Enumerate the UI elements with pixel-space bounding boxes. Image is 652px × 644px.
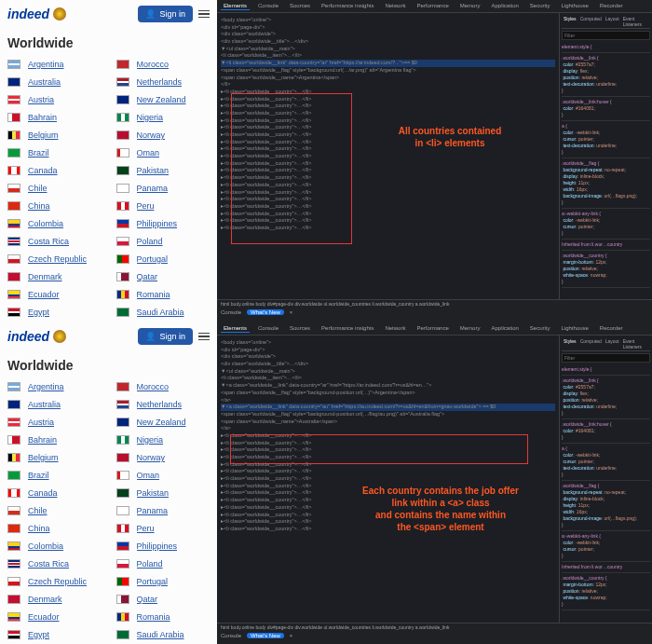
country-link[interactable]: Brazil [28, 148, 49, 158]
tab-console[interactable]: Console [221, 633, 241, 638]
dom-line[interactable]: <body class="online"> [221, 339, 555, 347]
country-link[interactable]: Romania [137, 290, 170, 299]
logo[interactable]: indeed [7, 7, 49, 21]
country-link[interactable]: Colombia [28, 219, 63, 228]
dom-line[interactable]: <span class="worldwide__name">Australia<… [221, 418, 555, 426]
country-link[interactable]: Poland [137, 559, 163, 569]
styles-tab[interactable]: Event Listeners [623, 16, 648, 27]
devtools-tab[interactable]: Recorder [597, 324, 626, 333]
devtools-tab[interactable]: Elements [221, 2, 250, 10]
country-link[interactable]: Canada [28, 166, 58, 175]
signin-button[interactable]: 👤 Sign in [138, 6, 193, 22]
devtools-tab[interactable]: Security [527, 324, 553, 333]
dom-line[interactable]: ▼<li class="worldwide__link" data-countr… [221, 60, 555, 67]
country-link[interactable]: Bahrain [28, 435, 57, 445]
devtools-tab[interactable]: Elements [221, 324, 250, 333]
country-link[interactable]: Argentina [28, 382, 64, 391]
breadcrumb[interactable]: html body.online body div#page-div div.w… [217, 299, 652, 308]
dom-line[interactable]: <li class="worldwide__item">…</li> [221, 375, 555, 382]
country-link[interactable]: Portugal [137, 577, 169, 586]
country-link[interactable]: Denmark [28, 272, 62, 281]
tab-console[interactable]: Console [221, 309, 241, 315]
dom-line[interactable]: <div class="worldwide"> [221, 353, 555, 361]
country-link[interactable]: Denmark [28, 595, 62, 604]
devtools-tab[interactable]: Console [255, 324, 281, 333]
country-link[interactable]: Philippines [137, 541, 178, 551]
dom-line[interactable]: <body class="online"> [221, 17, 555, 24]
styles-tab[interactable]: Layout [605, 16, 619, 27]
devtools-tab[interactable]: Lighthouse [559, 2, 591, 10]
devtools-tab[interactable]: Console [255, 2, 281, 10]
tab-whatsnew[interactable]: What's New [247, 633, 284, 638]
country-link[interactable]: Netherlands [137, 77, 183, 87]
country-link[interactable]: Netherlands [137, 400, 183, 409]
country-link[interactable]: Norway [137, 453, 166, 462]
country-link[interactable]: China [28, 201, 50, 211]
country-link[interactable]: Chile [28, 506, 48, 515]
styles-tab[interactable]: Event Listeners [623, 338, 648, 349]
styles-pane[interactable]: StylesComputedLayoutEvent Listeners elem… [559, 13, 652, 299]
country-link[interactable]: Qatar [137, 595, 158, 604]
country-link[interactable]: Pakistan [137, 166, 170, 175]
devtools-tab[interactable]: Application [488, 324, 521, 333]
country-link[interactable]: Costa Rica [28, 237, 69, 246]
country-link[interactable]: Brazil [28, 471, 49, 480]
country-link[interactable]: Nigeria [137, 435, 164, 445]
country-link[interactable]: Saudi Arabia [137, 630, 184, 639]
country-link[interactable]: Morocco [137, 60, 170, 69]
country-link[interactable]: Ecuador [28, 290, 60, 299]
dom-line[interactable]: <div class="worldwide__title">…</div> [221, 361, 555, 368]
tab-whatsnew[interactable]: What's New [247, 309, 284, 315]
devtools-tab[interactable]: Memory [457, 2, 483, 10]
devtools-tab[interactable]: Network [382, 324, 408, 333]
styles-tab[interactable]: Styles [564, 338, 577, 349]
country-link[interactable]: Nigeria [137, 113, 164, 122]
dom-line[interactable]: </li> [221, 81, 555, 89]
devtools-tab[interactable]: Sources [287, 2, 313, 10]
country-link[interactable]: Chile [28, 184, 48, 193]
country-link[interactable]: New Zealand [137, 95, 186, 104]
dom-line[interactable]: <li class="worldwide__item">…</li> [221, 52, 555, 60]
country-link[interactable]: Morocco [137, 382, 170, 391]
country-link[interactable]: Belgium [28, 130, 59, 140]
dom-line[interactable]: ▼<ul class="worldwide__main"> [221, 368, 555, 376]
country-link[interactable]: Romania [137, 612, 170, 622]
country-link[interactable]: Ecuador [28, 612, 60, 622]
devtools-tab[interactable]: Sources [287, 324, 313, 333]
styles-tab[interactable]: Computed [580, 16, 602, 27]
country-link[interactable]: Canada [28, 488, 58, 498]
country-link[interactable]: Qatar [137, 272, 158, 281]
styles-filter-input[interactable] [562, 353, 650, 363]
country-link[interactable]: Norway [137, 130, 166, 140]
devtools-tab[interactable]: Performance [414, 324, 451, 333]
country-link[interactable]: Argentina [28, 60, 64, 69]
dom-line[interactable]: ▸<li class="worldwide__country">…</li> [221, 475, 555, 483]
devtools-tab[interactable]: Performance insights [319, 2, 376, 10]
styles-pane[interactable]: StylesComputedLayoutEvent Listeners elem… [559, 336, 652, 623]
close-icon[interactable]: × [290, 309, 293, 315]
country-link[interactable]: Austria [28, 418, 54, 427]
signin-button[interactable]: 👤 Sign in [138, 328, 193, 345]
country-link[interactable]: Panama [137, 184, 169, 193]
country-link[interactable]: Costa Rica [28, 559, 69, 569]
dom-line[interactable]: <div class="worldwide__title">…</div> [221, 38, 555, 46]
country-link[interactable]: Pakistan [137, 488, 170, 498]
logo[interactable]: indeed [7, 329, 49, 344]
country-link[interactable]: Oman [137, 471, 160, 480]
devtools-tab[interactable]: Performance [414, 2, 451, 10]
country-link[interactable]: Philippines [137, 219, 178, 228]
dom-line[interactable]: ▼<a class="worldwide__link" data-country… [221, 404, 555, 411]
dom-line[interactable]: </a> [221, 425, 555, 432]
country-link[interactable]: Portugal [137, 254, 169, 264]
dom-line[interactable]: ▼<ul class="worldwide__main"> [221, 46, 555, 53]
country-link[interactable]: Australia [28, 77, 61, 87]
dom-line[interactable]: </a> [221, 397, 555, 404]
styles-tab[interactable]: Computed [580, 338, 602, 349]
dom-tree[interactable]: Each country contains the job offerlink … [217, 336, 559, 623]
devtools-tab[interactable]: Security [527, 2, 553, 10]
dom-line[interactable]: <div class="worldwide"> [221, 31, 555, 38]
country-link[interactable]: Panama [137, 506, 169, 515]
country-link[interactable]: Saudi Arabia [137, 308, 184, 317]
country-link[interactable]: Oman [137, 148, 160, 158]
devtools-tab[interactable]: Performance insights [319, 324, 376, 333]
